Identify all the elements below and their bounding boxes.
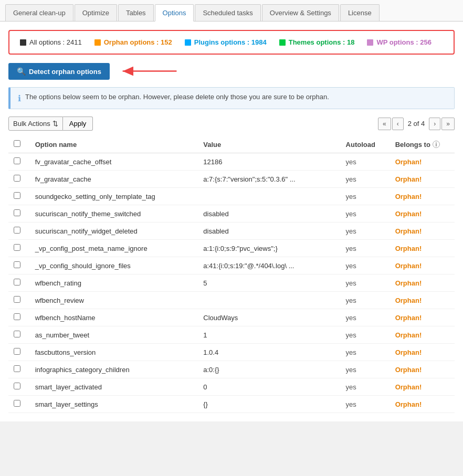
autoload-cell: yes	[341, 396, 390, 413]
row-checkbox-3[interactable]	[14, 209, 20, 216]
stat-themes: Themes options : 18	[279, 38, 355, 46]
stat-all: All options : 2411	[20, 38, 82, 46]
row-checkbox-9[interactable]	[14, 313, 20, 320]
row-checkbox-10[interactable]	[14, 331, 20, 337]
row-checkbox-2[interactable]	[14, 192, 20, 199]
autoload-cell: yes	[341, 378, 390, 396]
toolbar-left: Bulk Actions ⇅ Apply	[8, 117, 93, 131]
value-cell: 1	[198, 326, 340, 344]
arrow-icon	[118, 64, 181, 79]
table-row: smart_layer_settings {} yes Orphan!	[8, 396, 455, 413]
stat-wp-label[interactable]: WP options : 256	[376, 38, 432, 46]
stat-dot-all	[20, 39, 26, 46]
option-name-cell: wfbench_review	[30, 292, 198, 309]
option-name-cell: _vp_config_should_ignore_files	[30, 257, 198, 274]
bulk-actions-select[interactable]: Bulk Actions ⇅	[8, 117, 63, 131]
belongs-to-cell: Orphan!	[390, 292, 455, 309]
belongs-to-cell: Orphan!	[390, 205, 455, 223]
autoload-header: Autoload	[341, 136, 390, 153]
select-all-checkbox[interactable]	[14, 140, 20, 147]
table-row: smart_layer_activated 0 yes Orphan!	[8, 378, 455, 396]
row-checkbox-5[interactable]	[14, 244, 20, 251]
last-page-button[interactable]: »	[441, 118, 455, 130]
select-all-header	[8, 136, 30, 153]
option-name-cell: smart_layer_activated	[30, 378, 198, 396]
autoload-cell: yes	[341, 257, 390, 274]
tab-tables[interactable]: Tables	[118, 4, 154, 21]
stat-themes-label[interactable]: Themes options : 18	[289, 38, 355, 46]
autoload-cell: yes	[341, 205, 390, 223]
tab-overview-settings[interactable]: Overview & Settings	[262, 4, 339, 21]
option-name-header: Option name	[30, 136, 198, 153]
page-of: of	[414, 120, 421, 128]
tab-scheduled-tasks[interactable]: Scheduled tasks	[195, 4, 260, 21]
table-row: soundgecko_setting_only_template_tag yes…	[8, 188, 455, 205]
first-page-button[interactable]: «	[378, 118, 391, 130]
next-page-button[interactable]: ›	[429, 118, 440, 130]
belongs-to-cell: Orphan!	[390, 257, 455, 274]
bulk-actions-arrow-icon: ⇅	[52, 120, 58, 128]
autoload-cell: yes	[341, 223, 390, 240]
table-row: fv_gravatar_cache a:7:{s:7:"version";s:5…	[8, 171, 455, 188]
value-cell: {}	[198, 396, 340, 413]
belongs-to-cell: Orphan!	[390, 171, 455, 188]
row-checkbox-7[interactable]	[14, 279, 20, 285]
table-row: wfbench_rating 5 yes Orphan!	[8, 274, 455, 292]
value-cell	[198, 292, 340, 309]
stat-orphan: Orphan options : 152	[94, 38, 172, 46]
autoload-cell: yes	[341, 361, 390, 378]
belongs-to-cell: Orphan!	[390, 153, 455, 171]
tab-optimize[interactable]: Optimize	[75, 4, 117, 21]
current-page[interactable]: 2	[408, 120, 412, 128]
row-checkbox-12[interactable]	[14, 365, 20, 372]
tab-license[interactable]: License	[340, 4, 380, 21]
bulk-actions-label: Bulk Actions	[13, 120, 50, 128]
row-checkbox-14[interactable]	[14, 400, 20, 407]
option-name-cell: fv_gravatar_cache_offset	[30, 153, 198, 171]
option-name-cell: sucuriscan_notify_widget_deleted	[30, 223, 198, 240]
table-header-row: Option name Value Autoload Belongs to i	[8, 136, 455, 153]
arrow-indicator	[118, 64, 181, 79]
autoload-cell: yes	[341, 344, 390, 361]
row-checkbox-8[interactable]	[14, 296, 20, 303]
table-row: _vp_config_should_ignore_files a:41:{i:0…	[8, 257, 455, 274]
autoload-cell: yes	[341, 171, 390, 188]
belongs-to-header: Belongs to i	[390, 136, 455, 153]
option-name-cell: soundgecko_setting_only_template_tag	[30, 188, 198, 205]
autoload-cell: yes	[341, 274, 390, 292]
table-row: fv_gravatar_cache_offset 12186 yes Orpha…	[8, 153, 455, 171]
row-checkbox-11[interactable]	[14, 348, 20, 355]
row-checkbox-6[interactable]	[14, 261, 20, 268]
detect-section: 🔍 Detect orphan options	[8, 63, 455, 80]
row-checkbox-0[interactable]	[14, 157, 20, 164]
detect-orphan-button[interactable]: 🔍 Detect orphan options	[8, 63, 110, 80]
row-checkbox-13[interactable]	[14, 383, 20, 389]
value-cell	[198, 188, 340, 205]
tab-options[interactable]: Options	[155, 4, 194, 22]
row-checkbox-1[interactable]	[14, 175, 20, 182]
detect-button-label: Detect orphan options	[29, 68, 101, 76]
apply-button[interactable]: Apply	[63, 117, 93, 131]
autoload-cell: yes	[341, 309, 390, 326]
belongs-to-info-icon[interactable]: i	[433, 141, 440, 148]
table-row: as_number_tweet 1 yes Orphan!	[8, 326, 455, 344]
value-cell: a:0:{}	[198, 361, 340, 378]
table-row: fascbuttons_version 1.0.4 yes Orphan!	[8, 344, 455, 361]
autoload-cell: yes	[341, 240, 390, 257]
option-name-cell: as_number_tweet	[30, 326, 198, 344]
belongs-to-cell: Orphan!	[390, 274, 455, 292]
belongs-to-cell: Orphan!	[390, 188, 455, 205]
prev-page-button[interactable]: ‹	[392, 118, 404, 130]
autoload-cell: yes	[341, 292, 390, 309]
table-row: infographics_category_children a:0:{} ye…	[8, 361, 455, 378]
belongs-to-cell: Orphan!	[390, 240, 455, 257]
stat-orphan-label[interactable]: Orphan options : 152	[104, 38, 172, 46]
page-info: 2 of 4	[405, 120, 428, 128]
tab-general-cleanup[interactable]: General clean-up	[5, 4, 73, 21]
table-row: wfbench_review yes Orphan!	[8, 292, 455, 309]
stat-all-label: All options : 2411	[29, 38, 82, 46]
belongs-to-cell: Orphan!	[390, 361, 455, 378]
stat-plugins-label[interactable]: Plugins options : 1984	[194, 38, 267, 46]
belongs-to-cell: Orphan!	[390, 378, 455, 396]
row-checkbox-4[interactable]	[14, 227, 20, 234]
